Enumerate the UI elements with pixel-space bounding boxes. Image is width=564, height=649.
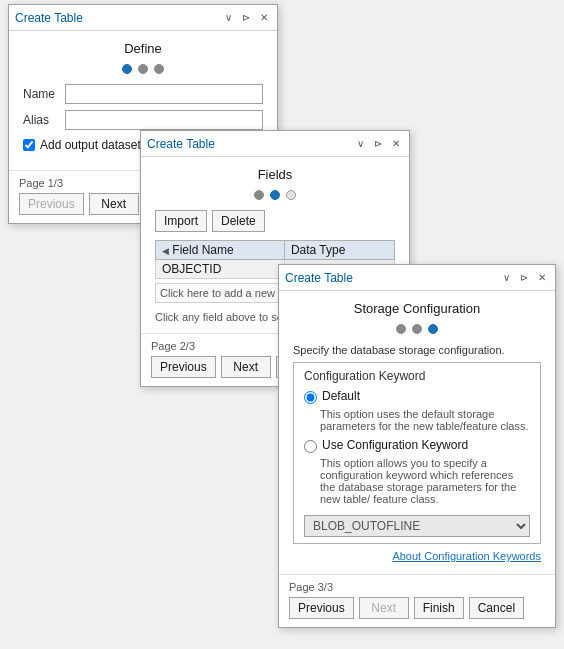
next-button-1[interactable]: Next [89,193,139,215]
page-label-3: Page 3/3 [289,581,545,593]
config-keyword-select[interactable]: BLOB_OUTOFLINE [304,515,530,537]
about-keywords-link[interactable]: About Configuration Keywords [293,550,541,562]
wizard-title-fields: Fields [155,167,395,182]
step-dot-f2 [270,190,280,200]
radio-keyword-label: Use Configuration Keyword [322,438,468,452]
dialog-fields-title: Create Table [147,137,215,151]
wizard-title-define: Define [23,41,263,56]
radio-default-desc: This option uses the default storage par… [320,408,530,432]
step-dot-s3 [428,324,438,334]
radio-keyword-row: Use Configuration Keyword [304,438,530,453]
footer-btns-3: Previous Next Finish Cancel [289,597,545,619]
col-header-field-name: ◀ Field Name [156,241,285,260]
wizard-steps-fields [155,190,395,200]
minimize-button-2[interactable]: ∨ [353,137,367,151]
step-dot-2 [138,64,148,74]
radio-default-row: Default [304,389,530,404]
dialog-storage-titlebar: Create Table ∨ ⊳ ✕ [279,265,555,291]
col-field-name-label: Field Name [172,243,233,257]
delete-button[interactable]: Delete [212,210,265,232]
close-button[interactable]: ✕ [257,11,271,25]
previous-button-3[interactable]: Previous [289,597,354,619]
titlebar-controls-2: ∨ ⊳ ✕ [353,137,403,151]
finish-button-3[interactable]: Finish [414,597,464,619]
previous-button-1[interactable]: Previous [19,193,84,215]
import-delete-row: Import Delete [155,210,395,232]
titlebar-controls-3: ∨ ⊳ ✕ [499,271,549,285]
dialog-fields-titlebar: Create Table ∨ ⊳ ✕ [141,131,409,157]
next-button-3[interactable]: Next [359,597,409,619]
minimize-button[interactable]: ∨ [221,11,235,25]
close-button-2[interactable]: ✕ [389,137,403,151]
pin-button-2[interactable]: ⊳ [371,137,385,151]
next-button-2[interactable]: Next [221,356,271,378]
dialog-storage-body: Storage Configuration Specify the databa… [279,291,555,574]
step-dot-s2 [412,324,422,334]
config-keyword-group: Configuration Keyword Default This optio… [293,362,541,544]
step-dot-s1 [396,324,406,334]
close-button-3[interactable]: ✕ [535,271,549,285]
wizard-steps-storage [293,324,541,334]
alias-row: Alias [23,110,263,130]
alias-input[interactable] [65,110,263,130]
specify-text: Specify the database storage configurati… [293,344,541,356]
name-label: Name [23,87,65,101]
dialog-storage: Create Table ∨ ⊳ ✕ Storage Configuration… [278,264,556,628]
dialog-define-title: Create Table [15,11,83,25]
add-output-checkbox[interactable] [23,139,35,151]
pin-button[interactable]: ⊳ [239,11,253,25]
radio-keyword-desc: This option allows you to specify a conf… [320,457,530,505]
dialog-storage-footer: Page 3/3 Previous Next Finish Cancel [279,574,555,627]
step-dot-3 [154,64,164,74]
wizard-title-storage: Storage Configuration [293,301,541,316]
step-dot-f1 [254,190,264,200]
dialog-define-titlebar: Create Table ∨ ⊳ ✕ [9,5,277,31]
pin-button-3[interactable]: ⊳ [517,271,531,285]
cancel-button-3[interactable]: Cancel [469,597,524,619]
dialog-storage-title: Create Table [285,271,353,285]
name-input[interactable] [65,84,263,104]
step-dot-1 [122,64,132,74]
name-row: Name [23,84,263,104]
previous-button-2[interactable]: Previous [151,356,216,378]
field-name-cell: OBJECTID [156,260,285,279]
minimize-button-3[interactable]: ∨ [499,271,513,285]
sort-icon: ◀ [162,246,169,256]
alias-label: Alias [23,113,65,127]
radio-default-label: Default [322,389,360,403]
add-output-label: Add output dataset [40,138,141,152]
radio-use-keyword[interactable] [304,440,317,453]
radio-default[interactable] [304,391,317,404]
wizard-steps-define [23,64,263,74]
step-dot-f3 [286,190,296,200]
radio-group-title: Configuration Keyword [304,369,530,383]
import-button[interactable]: Import [155,210,207,232]
col-header-data-type: Data Type [284,241,394,260]
titlebar-controls: ∨ ⊳ ✕ [221,11,271,25]
